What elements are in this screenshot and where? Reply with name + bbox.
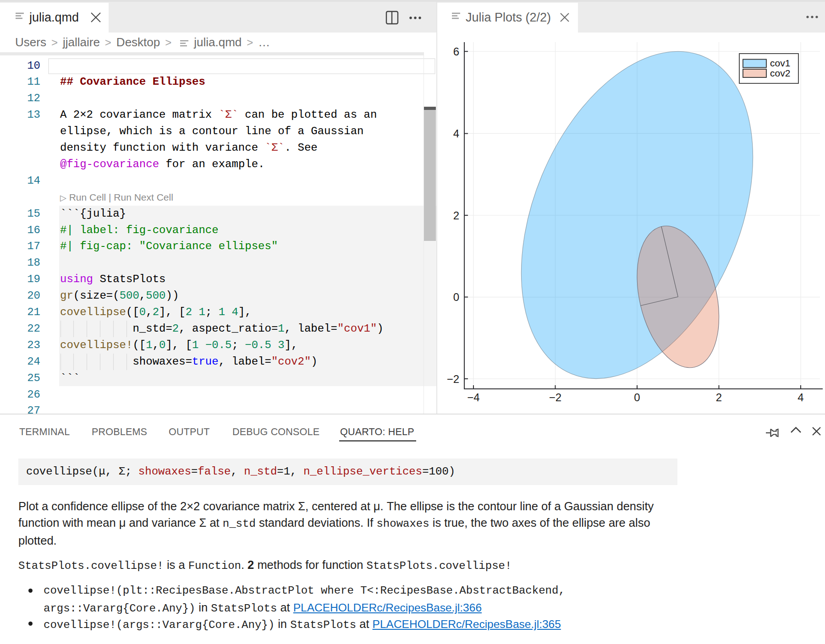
svg-text:0: 0 xyxy=(634,391,640,404)
svg-text:0: 0 xyxy=(453,291,459,303)
svg-text:−4: −4 xyxy=(467,391,479,404)
svg-text:4: 4 xyxy=(453,127,459,140)
svg-text:2: 2 xyxy=(716,391,722,404)
svg-text:−2: −2 xyxy=(549,391,561,404)
svg-text:6: 6 xyxy=(453,45,459,58)
svg-text:−2: −2 xyxy=(447,373,459,385)
svg-text:2: 2 xyxy=(453,209,459,222)
svg-text:cov2: cov2 xyxy=(770,68,790,78)
svg-text:cov1: cov1 xyxy=(770,58,790,68)
svg-text:4: 4 xyxy=(798,391,803,404)
